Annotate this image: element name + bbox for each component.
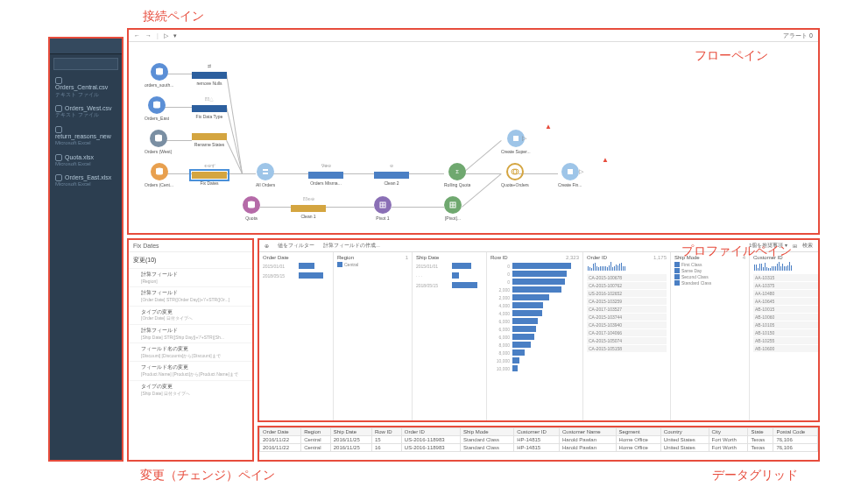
run-icon[interactable]: ▷	[579, 168, 583, 175]
table-cell: Standard Class	[460, 444, 513, 452]
column-header[interactable]: Order ID	[401, 428, 460, 436]
flow-node-clean1[interactable]: 凹⊕⊝Clean 1	[291, 196, 326, 219]
connection-item[interactable]: Orders_East.xlsxMicrosoft Excel	[50, 171, 122, 192]
flow-node-quota_orders[interactable]: Quota+Orders	[501, 163, 529, 187]
profile-column[interactable]: Row ID2,3230002,0002,0004,0004,0006,0006…	[487, 252, 583, 420]
changes-header: Fix Dates	[129, 240, 252, 252]
flow-connector	[260, 207, 291, 208]
profile-column[interactable]: Order ID1,175CA-2015-100678CA-2015-10076…	[583, 252, 671, 420]
warning-icon[interactable]: ▲	[602, 156, 609, 163]
label-profile: プロファイルペイン	[681, 244, 792, 259]
undo-icon[interactable]: ←	[134, 32, 140, 39]
node-label: Create Fin...	[558, 182, 582, 187]
connection-item[interactable]: return_reasons_newMicrosoft Excel	[50, 123, 122, 151]
flow-canvas[interactable]: orders_south...⇄remove NullsOrders_East凹…	[129, 42, 818, 233]
flow-node-fix_dates[interactable]: ⊕⊝ずFix Dates	[192, 163, 227, 186]
flow-connector	[343, 173, 374, 174]
table-cell: Texas	[748, 436, 773, 444]
table-cell: Standard Class	[460, 436, 513, 444]
flow-node-rolling_quota[interactable]: ΣRolling Quota	[444, 163, 470, 187]
warning-icon[interactable]: ▲	[545, 123, 552, 130]
node-icon	[148, 96, 166, 114]
column-header[interactable]: Segment	[616, 428, 660, 436]
flow-node-orders_west[interactable]: Orders (West)	[145, 130, 172, 154]
flow-node-remove_nulls[interactable]: ⇄remove Nulls	[192, 63, 227, 86]
profile-column[interactable]: Ship Mode4First ClassSame DaySecond Clas…	[671, 252, 750, 420]
change-item[interactable]: 計算フィールド[Ship Date] STR([Ship Day])+'/'+S…	[129, 324, 252, 342]
table-cell: US-2016-118983	[401, 444, 460, 452]
column-header[interactable]: Country	[660, 428, 709, 436]
flow-node-create_fin[interactable]: ▷Create Fin...	[558, 163, 582, 187]
flow-node-orders_east[interactable]: Orders_East	[145, 96, 169, 121]
node-label: [Pivot]...	[444, 215, 462, 221]
connection-search[interactable]	[53, 58, 118, 70]
flow-node-orders_misma[interactable]: ∇⊕⊝Orders Misma...	[308, 163, 343, 186]
node-label: orders_south...	[145, 82, 173, 88]
column-header[interactable]: Row ID	[371, 428, 401, 436]
data-table[interactable]: Order DateRegionShip DateRow IDOrder IDS…	[259, 427, 818, 452]
grid-icon[interactable]: ⊞	[793, 243, 797, 249]
node-label: Quota+Orders	[501, 182, 529, 187]
search-icon[interactable]: 検索	[802, 242, 813, 250]
profile-column[interactable]: Region1Central	[334, 252, 413, 420]
node-icon: Σ	[448, 163, 466, 180]
node-label: Fix Dates	[192, 180, 227, 186]
calc-field-button[interactable]: 計算フィールドの作成...	[323, 242, 380, 250]
connection-item[interactable]: Quota.xlsxMicrosoft Excel	[50, 151, 122, 172]
change-item[interactable]: タイプの変更[Order Date] 日付タイプへ	[129, 306, 252, 324]
svg-rect-12	[263, 169, 268, 171]
column-header[interactable]: Ship Date	[330, 428, 371, 436]
table-cell: United States	[660, 436, 709, 444]
change-item[interactable]: フィールド名の変更[Discount] [Discounts]から[Discou…	[129, 342, 252, 361]
column-header[interactable]: Ship Mode	[460, 428, 513, 436]
column-header[interactable]: City	[709, 428, 748, 436]
table-cell: Texas	[748, 444, 773, 452]
flow-node-pivot_clean[interactable]: [Pivot]...	[444, 196, 462, 221]
change-item[interactable]: 計算フィールド[Order Date] STR([Order Day])+'/'…	[129, 286, 252, 305]
flow-node-rename_states[interactable]: Rename States	[192, 130, 227, 147]
column-header[interactable]: Customer Name	[559, 428, 616, 436]
profile-column[interactable]: Order Date2015/01/012018/05/15	[259, 252, 334, 420]
node-label: remove Nulls	[192, 81, 227, 86]
flow-node-create_super[interactable]: ▷Create Super...	[501, 130, 531, 154]
change-item[interactable]: 計算フィールド[Region]	[129, 268, 252, 286]
profile-column[interactable]: Customer IDAA-10315AA-10375AA-10480AA-10…	[750, 252, 818, 420]
play-icon[interactable]: ▷	[164, 32, 168, 39]
table-cell: 2016/11/22	[260, 444, 301, 452]
column-header[interactable]: Customer ID	[514, 428, 560, 436]
redo-icon[interactable]: →	[145, 32, 152, 39]
table-cell: Central	[301, 436, 331, 444]
flow-node-fix_data_type[interactable]: 凹△Fix Data Type	[192, 96, 227, 119]
profile-pane: ⊕ 値をフィルター 計算フィールドの作成... 1個を推奨事項 ▾ ⊞ 検索 O…	[258, 238, 820, 422]
column-header[interactable]: Order Date	[260, 428, 301, 436]
table-cell: 2016/11/25	[330, 436, 371, 444]
flow-node-orders_central[interactable]: Orders (Cent...	[145, 163, 173, 187]
column-header[interactable]: State	[748, 428, 773, 436]
connection-item[interactable]: Orders_West.csvテキスト ファイル	[50, 102, 122, 123]
svg-point-5	[153, 106, 160, 109]
alerts-label[interactable]: アラート 0	[783, 32, 813, 40]
table-cell: Fort Worth	[709, 436, 748, 444]
node-label: Orders_East	[145, 116, 169, 121]
column-header[interactable]: Region	[301, 428, 331, 436]
column-header[interactable]: Postal Code	[773, 428, 818, 436]
profile-column[interactable]: Ship Date2015/01/01· · ·2018/05/15	[413, 252, 487, 420]
flow-node-orders_south[interactable]: orders_south...	[145, 63, 173, 88]
node-icon	[243, 196, 260, 214]
table-row[interactable]: 2016/11/22Central2016/11/2515US-2016-118…	[260, 436, 818, 444]
node-icon	[444, 196, 462, 214]
svg-point-2	[156, 73, 163, 75]
filter-icon[interactable]: ⊕	[265, 243, 269, 249]
dropdown-icon[interactable]: ▾	[173, 32, 177, 39]
node-label: Clean 1	[291, 214, 326, 219]
flow-node-all_orders[interactable]: All Orders	[256, 163, 275, 187]
change-item[interactable]: タイプの変更[Ship Date] 日付タイプへ	[129, 380, 252, 399]
change-item[interactable]: フィールド名の変更[Product Name] [Product]から[Prod…	[129, 361, 252, 379]
flow-node-pivot1[interactable]: Pivot 1	[374, 196, 392, 221]
connection-item[interactable]: Orders_Central.csvテキスト ファイル	[50, 74, 122, 102]
table-row[interactable]: 2016/11/22Central2016/11/2516US-2016-118…	[260, 444, 818, 452]
run-icon[interactable]: ▷	[522, 135, 526, 142]
flow-node-clean2[interactable]: ⊝Clean 2	[374, 163, 409, 186]
flow-node-quota[interactable]: Quota	[243, 196, 260, 221]
filter-values-button[interactable]: 値をフィルター	[278, 242, 314, 250]
